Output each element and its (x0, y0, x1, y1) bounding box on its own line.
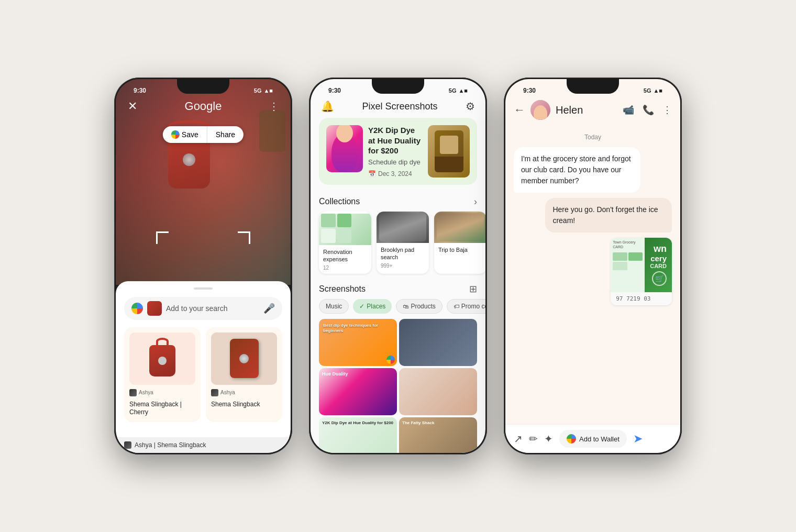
phone-messages: 9:30 5G ▲■ ← Helen 📹 📞 (504, 77, 682, 455)
collection-thumb-1 (377, 212, 429, 243)
back-button[interactable]: ← (514, 103, 525, 117)
lens-results: Ashya Shema Slingback | Cherry (124, 327, 282, 422)
received-message-row: I'm at the grocery store and forgot our … (514, 147, 672, 198)
share-icon[interactable]: ↗ (514, 433, 523, 445)
lens-menu-button[interactable]: ⋮ (266, 98, 282, 115)
check-icon: ✓ (359, 303, 364, 310)
result-card-2[interactable]: Ashya Shema Slingback (206, 327, 282, 422)
message-actions: 📹 📞 ⋮ (623, 104, 672, 116)
lens-search-bar[interactable]: Add to your search 🎤 (124, 297, 282, 320)
tag-icon: 🏷 (454, 303, 459, 309)
filter-promo-label: Promo codes (461, 303, 485, 310)
card-left-preview: Town Grocery CARD (611, 238, 645, 292)
ashya-logo (124, 441, 131, 449)
wallet-google-logo (567, 434, 576, 444)
grocery-card-attachment[interactable]: Town Grocery CARD (611, 238, 672, 305)
card-icon: 🛒 (652, 271, 667, 286)
mic-icon[interactable]: 🎤 (263, 303, 275, 314)
screenshot-item-4[interactable]: Y2K Dip Dye at Hue Duality for $200 (319, 417, 397, 453)
date-label: Today (514, 134, 672, 141)
sheet-handle (194, 287, 213, 290)
time-1: 9:30 (126, 87, 146, 94)
result-brand-row-2: Ashya (211, 389, 277, 396)
lens-bottom-sheet: Add to your search 🎤 (116, 281, 291, 453)
settings-icon[interactable]: ⚙ (466, 100, 475, 113)
video-call-button[interactable]: 📹 (623, 104, 634, 116)
edit-icon[interactable]: ✏ (529, 433, 538, 445)
filter-products[interactable]: 🛍 Products (396, 299, 442, 314)
reminder-info: Y2K Dip Dye at Hue Duality for $200 Sche… (368, 125, 423, 178)
ss-label-5: The Fatty Shack (399, 417, 477, 428)
phone-lens: 9:30 5G ▲■ ✕ Google ⋮ Save (114, 77, 292, 455)
filter-music[interactable]: Music (319, 299, 349, 314)
collection-card-1[interactable]: Brooklyn pad search 999+ (377, 212, 429, 274)
bottom-label-text: Ashya | Shema Slingback (135, 441, 206, 449)
add-to-wallet-button[interactable]: Add to Wallet (559, 430, 627, 448)
result-thumb-1 (129, 332, 195, 385)
collections-header: Collections › (311, 193, 485, 212)
reminder-card[interactable]: Y2K Dip Dye at Hue Duality for $200 Sche… (319, 118, 477, 185)
brand-logo-2 (211, 389, 218, 396)
collection-count-2 (434, 254, 485, 259)
collections-chevron[interactable]: › (474, 196, 477, 207)
ss-label-0: Best dip dye techniques for beginners (323, 323, 393, 334)
notch-3 (567, 79, 619, 94)
collection-count-0: 12 (319, 264, 371, 274)
scene: 9:30 5G ▲■ ✕ Google ⋮ Save (0, 0, 796, 532)
bag-filter-icon: 🛍 (403, 303, 408, 309)
screenshot-item-0[interactable]: Best dip dye techniques for beginners (319, 319, 397, 366)
more-options-button[interactable]: ⋮ (662, 104, 672, 116)
reminder-subtitle: Schedule dip dye (368, 158, 423, 166)
screenshots-section-header: Screenshots ⊞ (311, 280, 485, 299)
screenshots-section-title: Screenshots (319, 284, 366, 294)
brand-name-2: Ashya (220, 390, 235, 395)
filter-promo[interactable]: 🏷 Promo codes (447, 299, 485, 314)
calendar-icon: 📅 (368, 170, 376, 178)
screenshot-item-2[interactable]: Hue Duality (319, 368, 397, 415)
screenshots-title: Pixel Screenshots (362, 101, 437, 112)
result-card-1[interactable]: Ashya Shema Slingback | Cherry (124, 327, 201, 422)
filter-music-label: Music (326, 303, 342, 310)
received-bubble: I'm at the grocery store and forgot our … (514, 147, 640, 193)
reminder-date: 📅 Dec 3, 2024 (368, 170, 423, 178)
screenshots-grid: Best dip dye techniques for beginners Hu… (311, 319, 485, 453)
collection-card-2[interactable]: Trip to Baja (434, 212, 485, 274)
sparkle-icon[interactable]: ✦ (544, 433, 553, 445)
phone-call-button[interactable]: 📞 (643, 104, 654, 116)
collection-thumb-0 (319, 214, 371, 245)
status-bar-1: 9:30 5G ▲■ (116, 79, 291, 98)
filter-chips-row: Music ✓ Places 🛍 Products 🏷 Promo codes (311, 299, 485, 319)
collection-card-0[interactable]: Renovation expenses 12 (319, 212, 371, 274)
google-logo (131, 303, 143, 314)
card-attachment-row: Town Grocery CARD (514, 238, 672, 309)
filter-places[interactable]: ✓ Places (353, 299, 392, 314)
bell-icon[interactable]: 🔔 (321, 100, 334, 113)
search-placeholder: Add to your search (166, 304, 259, 313)
collection-name-0: Renovation expenses (319, 245, 371, 264)
collection-name-2: Trip to Baja (434, 243, 485, 254)
notch-2 (372, 79, 424, 94)
message-list: I'm at the grocery store and forgot our … (514, 147, 672, 314)
bag-photo-2 (230, 339, 259, 378)
save-button[interactable]: Save (163, 126, 207, 143)
contact-avatar (530, 100, 550, 120)
reminder-right-image (428, 125, 470, 178)
screenshot-item-3[interactable] (399, 368, 477, 415)
collection-thumb-2 (434, 212, 485, 243)
send-button[interactable]: ➤ (633, 432, 643, 446)
screenshot-item-1[interactable] (399, 319, 477, 366)
screenshot-item-5[interactable]: The Fatty Shack (399, 417, 477, 453)
wallet-label: Add to Wallet (579, 435, 620, 443)
brand-logo-1 (129, 389, 137, 396)
result-thumb-2 (211, 332, 277, 385)
collection-name-1: Brooklyn pad search (377, 243, 429, 262)
lens-close-button[interactable]: ✕ (124, 98, 141, 115)
share-button[interactable]: Share (207, 126, 244, 143)
date-text: Dec 3, 2024 (378, 170, 412, 178)
search-thumbnail (147, 301, 162, 316)
network-2: 5G (449, 87, 457, 94)
signal-1: ▲■ (263, 87, 273, 94)
lens-toolbar: ✕ Google ⋮ (116, 98, 291, 115)
card-top: Town Grocery CARD (611, 238, 672, 292)
grid-view-icon[interactable]: ⊞ (469, 283, 477, 295)
